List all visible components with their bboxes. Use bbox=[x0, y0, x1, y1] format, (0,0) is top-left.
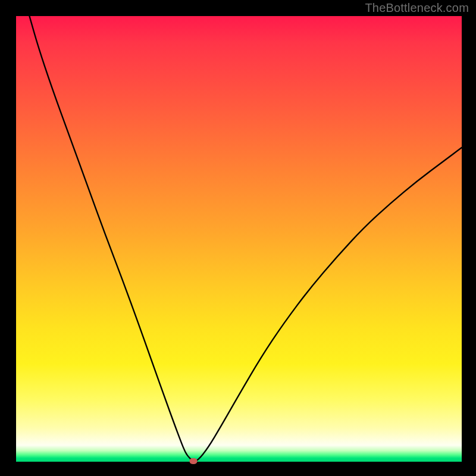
attribution-text: TheBottleneck.com bbox=[365, 1, 469, 15]
minimum-marker bbox=[190, 458, 198, 464]
plot-area bbox=[16, 16, 462, 462]
chart-frame: TheBottleneck.com bbox=[0, 0, 476, 476]
bottleneck-curve bbox=[16, 16, 462, 462]
